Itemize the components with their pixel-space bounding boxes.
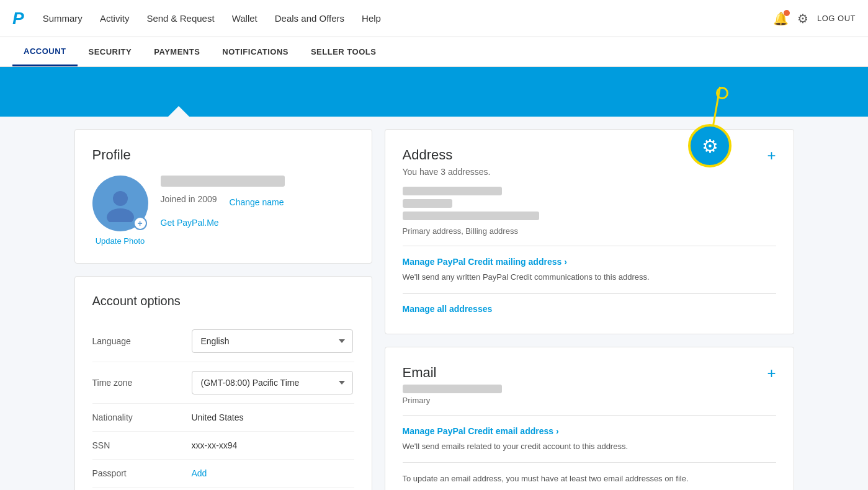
address-line-3	[403, 212, 539, 220]
address-block	[403, 187, 776, 220]
name-placeholder-bar	[161, 176, 285, 187]
secondary-nav-security[interactable]: SECURITY	[78, 37, 143, 66]
address-line-1	[403, 187, 502, 195]
address-divider-1	[403, 246, 776, 246]
paypal-logo: P	[12, 9, 24, 29]
avatar-wrapper: + Update Photo	[92, 176, 148, 246]
timezone-value: (GMT-08:00) Pacific Time	[192, 371, 354, 394]
ssn-row: SSN xxx-xx-xx94	[92, 432, 354, 460]
email-card-header: Email +	[403, 365, 776, 382]
secondary-navigation: ACCOUNT SECURITY PAYMENTS NOTIFICATIONS …	[0, 37, 868, 67]
profile-title: Profile	[92, 147, 354, 163]
language-select[interactable]: English	[192, 329, 353, 353]
nav-deals-offers[interactable]: Deals and Offers	[275, 13, 344, 24]
profile-section: + Update Photo Joined in 2009 Change nam…	[92, 176, 354, 246]
email-placeholder-bar	[403, 385, 502, 393]
nationality-row: Nationality United States	[92, 404, 354, 432]
language-row: Language English	[92, 321, 354, 362]
passport-row: Passport Add	[92, 460, 354, 488]
timezone-select[interactable]: (GMT-08:00) Pacific Time	[192, 371, 353, 394]
ssn-label: SSN	[92, 440, 192, 450]
nav-send-request[interactable]: Send & Request	[146, 13, 214, 24]
passport-label: Passport	[92, 468, 192, 478]
language-label: Language	[92, 336, 192, 346]
secondary-nav-account[interactable]: ACCOUNT	[12, 37, 78, 66]
address-type-labels: Primary address, Billing address	[403, 226, 776, 236]
manage-credit-mailing-helper: We'll send any written PayPal Credit com…	[403, 271, 776, 283]
person-icon	[102, 185, 139, 222]
avatar[interactable]: +	[92, 176, 148, 231]
ssn-value: xxx-xx-xx94	[192, 440, 354, 450]
passport-add-link[interactable]: Add	[192, 468, 207, 478]
email-update-helper: To update an email address, you must hav…	[403, 473, 776, 485]
address-title: Address	[403, 147, 453, 163]
account-options-card: Account options Language English Time zo…	[74, 276, 372, 490]
addresses-count: You have 3 addresses.	[403, 167, 776, 177]
nav-wallet[interactable]: Wallet	[232, 13, 257, 24]
top-navigation: P Summary Activity Send & Request Wallet…	[0, 0, 868, 37]
get-paypalme-link[interactable]: Get PayPal.Me	[161, 218, 354, 228]
nationality-label: Nationality	[92, 412, 192, 422]
update-photo-link[interactable]: Update Photo	[96, 236, 145, 246]
address-card: Address + You have 3 addresses. Primary …	[385, 129, 794, 334]
top-nav-right: 🔔 ⚙ LOG OUT	[773, 11, 856, 26]
email-primary-label: Primary	[403, 396, 776, 405]
right-panel: Address + You have 3 addresses. Primary …	[385, 129, 794, 490]
blue-header	[0, 67, 868, 117]
bell-icon[interactable]: 🔔	[773, 11, 789, 26]
nav-help[interactable]: Help	[362, 13, 381, 24]
timezone-label: Time zone	[92, 378, 192, 388]
left-panel: Profile + Update Photo Joined in	[74, 129, 372, 490]
change-name-link[interactable]: Change name	[230, 197, 284, 207]
notification-dot	[784, 10, 790, 16]
secondary-nav-seller-tools[interactable]: SELLER TOOLS	[300, 37, 387, 66]
manage-paypal-credit-email-link[interactable]: Manage PayPal Credit email address	[403, 426, 559, 436]
nav-summary[interactable]: Summary	[43, 13, 83, 24]
secondary-nav-payments[interactable]: PAYMENTS	[143, 37, 211, 66]
language-value: English	[192, 329, 354, 353]
svg-point-1	[107, 208, 134, 222]
manage-credit-email-helper: We'll send emails related to your credit…	[403, 440, 776, 453]
passport-value: Add	[192, 468, 354, 478]
add-address-icon[interactable]: +	[767, 147, 776, 164]
top-nav-links: Summary Activity Send & Request Wallet D…	[43, 13, 773, 24]
email-title: Email	[403, 365, 437, 381]
logout-button[interactable]: LOG OUT	[817, 14, 856, 23]
email-divider-2	[403, 462, 776, 463]
address-divider-2	[403, 293, 776, 294]
timezone-row: Time zone (GMT-08:00) Pacific Time	[92, 362, 354, 404]
account-arrow	[168, 106, 190, 117]
main-content: Profile + Update Photo Joined in	[62, 117, 807, 490]
address-line-2	[403, 199, 452, 208]
nationality-value: United States	[192, 412, 354, 422]
manage-paypal-credit-mailing-link[interactable]: Manage PayPal Credit mailing address	[403, 257, 567, 267]
join-date: Joined in 2009	[161, 194, 217, 204]
nav-activity[interactable]: Activity	[100, 13, 130, 24]
email-divider-1	[403, 415, 776, 416]
settings-icon[interactable]: ⚙	[797, 11, 808, 26]
avatar-plus-icon: +	[133, 216, 147, 230]
add-email-icon[interactable]: +	[767, 365, 776, 382]
svg-point-0	[113, 191, 128, 206]
email-card: Email + Primary Manage PayPal Credit ema…	[385, 347, 794, 491]
secondary-nav-notifications[interactable]: NOTIFICATIONS	[211, 37, 300, 66]
profile-info: Joined in 2009 Change name Get PayPal.Me	[161, 176, 354, 228]
manage-all-addresses-link[interactable]: Manage all addresses	[403, 304, 776, 314]
profile-card: Profile + Update Photo Joined in	[74, 129, 372, 264]
account-options-title: Account options	[92, 294, 354, 308]
address-card-header: Address +	[403, 147, 776, 164]
